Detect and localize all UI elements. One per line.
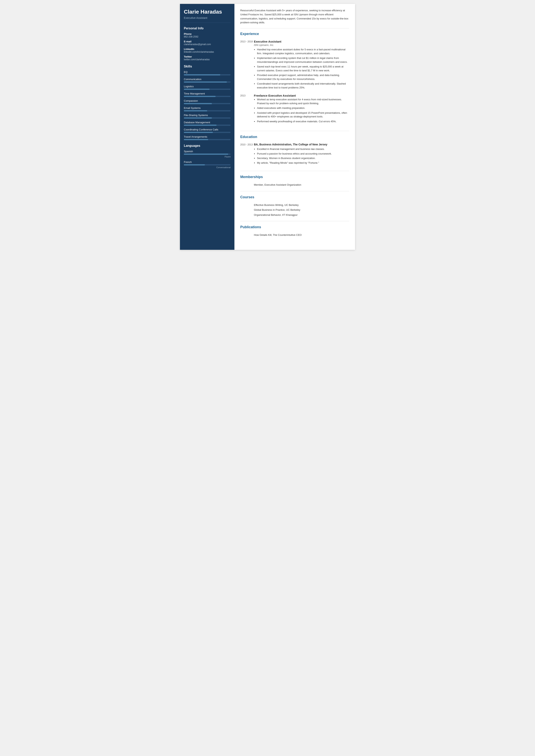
edu-degree: BA, Business Administration, The College… <box>254 143 349 146</box>
publication-row: How Details Kill, The Counterintuitive C… <box>240 233 349 237</box>
linkedin-item: LinkedIn linkedin.com/in/clarieharadas <box>184 48 231 53</box>
exp-bullet: Worked as temp executive assistant for 4… <box>257 97 349 105</box>
exp-date: 2013 <box>240 94 254 124</box>
skill-bar-bg <box>184 89 231 90</box>
language-name: French <box>184 161 231 164</box>
skill-name: Communication <box>184 78 231 81</box>
language-item: Spanish Fluent <box>184 150 231 158</box>
email-item: E-mail clarieharadas@gmail.com <box>184 40 231 46</box>
summary-text: Resourceful Executive Assistant with 5+ … <box>240 9 349 28</box>
exp-bullet: Performed weekly proofreading of executi… <box>257 120 349 123</box>
exp-bullet: Provided executive project support, admi… <box>257 73 349 81</box>
pub-indent <box>240 233 254 237</box>
phone-value: 862-208-2592 <box>184 35 231 38</box>
skill-item: Database Management <box>184 121 231 126</box>
edu-bullet: Pursued a passion for business ethics an… <box>257 152 349 156</box>
skill-item: File-Sharing Systems <box>184 114 231 119</box>
twitter-value: twitter.com/clarieharadas <box>184 58 231 61</box>
publications-list: How Details Kill, The Counterintuitive C… <box>240 233 349 237</box>
skill-bar-fill <box>184 74 220 75</box>
language-name: Spanish <box>184 150 231 153</box>
courses-section: Courses Effective Business Writing, UC B… <box>240 195 349 221</box>
exp-content: Executive Assistant ISN Lipmann, Inc. Ha… <box>254 40 349 91</box>
skill-name: Travel Arrangements <box>184 135 231 138</box>
exp-bullet: Coordinated travel arrangements both dom… <box>257 82 349 90</box>
exp-bullet: Aided executives with meeting preparatio… <box>257 106 349 110</box>
resume-container: Clarie Haradas Executive Assistant Perso… <box>180 4 355 250</box>
skill-bar-fill <box>184 81 227 83</box>
skill-name: Logistics <box>184 85 231 88</box>
skill-bar-fill <box>184 110 207 111</box>
exp-bullets: Handled top executive assistant duties f… <box>254 48 349 90</box>
skill-item: Coordinating Conference Calls <box>184 128 231 133</box>
candidate-title: Executive Assistant <box>184 16 231 23</box>
language-bar-fill <box>184 164 205 165</box>
skill-bar-fill <box>184 96 215 97</box>
education-list: 2010 - 2013 BA, Business Administration,… <box>240 143 349 165</box>
exp-bullets: Worked as temp executive assistant for 4… <box>254 97 349 123</box>
phone-label: Phone <box>184 33 231 35</box>
edu-bullet: My article, "Reading Minds" was reprinte… <box>257 161 349 165</box>
experience-list: 2013 - 2018 Executive Assistant ISN Lipm… <box>240 40 349 124</box>
main-content: Resourceful Executive Assistant with 5+ … <box>235 4 355 250</box>
education-section: Education 2010 - 2013 BA, Business Admin… <box>240 135 349 171</box>
language-level: Conversational <box>184 166 231 169</box>
skill-name: File-Sharing Systems <box>184 114 231 117</box>
education-heading: Education <box>240 135 349 140</box>
skills-heading: Skills <box>184 65 231 68</box>
skill-bar-bg <box>184 103 231 104</box>
skill-bar-bg <box>184 132 231 133</box>
edu-content: BA, Business Administration, The College… <box>254 143 349 165</box>
course-row: Effective Business Writing, UC Berkeley <box>240 203 349 207</box>
courses-heading: Courses <box>240 195 349 201</box>
twitter-item: Twitter twitter.com/clarieharadas <box>184 55 231 61</box>
skill-bar-fill <box>184 124 216 126</box>
candidate-name: Clarie Haradas <box>184 9 231 15</box>
edu-bullets: Excelled in financial management and bus… <box>254 147 349 165</box>
exp-job-title: Executive Assistant <box>254 40 349 43</box>
membership-row: Member, Executive Assistant Organization <box>240 183 349 187</box>
skills-list: EQ Communication Logistics Time Manageme… <box>184 70 231 140</box>
skill-item: Travel Arrangements <box>184 135 231 140</box>
twitter-label: Twitter <box>184 55 231 58</box>
course-indent <box>240 203 254 207</box>
publications-section: Publications How Details Kill, The Count… <box>240 225 349 241</box>
skill-bar-fill <box>184 139 208 140</box>
linkedin-value: linkedin.com/in/clarieharadas <box>184 50 231 53</box>
linkedin-label: LinkedIn <box>184 48 231 50</box>
skill-name: Email Systems <box>184 107 231 109</box>
language-bar-fill <box>184 153 228 155</box>
publications-heading: Publications <box>240 225 349 230</box>
pub-text: How Details Kill, The Counterintuitive C… <box>254 233 301 237</box>
skill-item: EQ <box>184 70 231 75</box>
course-text: Global Business in Practice, UC Berkeley <box>254 208 300 212</box>
exp-company: ISN Lipmann, Inc. <box>254 43 349 46</box>
exp-bullet: Handled top executive assistant duties f… <box>257 48 349 55</box>
language-bar-bg <box>184 164 231 165</box>
skill-name: Database Management <box>184 121 231 124</box>
skill-bar-bg <box>184 110 231 111</box>
skill-bar-bg <box>184 124 231 126</box>
exp-bullet: Assisted with project logistics and deve… <box>257 111 349 119</box>
course-row: Global Business in Practice, UC Berkeley <box>240 208 349 212</box>
membership-indent <box>240 183 254 187</box>
skill-item: Email Systems <box>184 107 231 111</box>
languages-heading: Languages <box>184 144 231 148</box>
skill-bar-bg <box>184 139 231 140</box>
skill-name: EQ <box>184 70 231 73</box>
course-text: Effective Business Writing, UC Berkeley <box>254 203 298 207</box>
personal-info-heading: Personal Info <box>184 27 231 30</box>
exp-content: Freelance Executive Assistant Worked as … <box>254 94 349 124</box>
languages-list: Spanish Fluent French Conversational <box>184 150 231 169</box>
exp-bullet: Saved each top-level exec 11 hours per w… <box>257 65 349 72</box>
skill-item: Compassion <box>184 99 231 104</box>
skill-name: Coordinating Conference Calls <box>184 128 231 131</box>
skill-item: Communication <box>184 78 231 83</box>
courses-list: Effective Business Writing, UC Berkeley … <box>240 203 349 217</box>
experience-section: Experience 2013 - 2018 Executive Assista… <box>240 32 349 131</box>
phone-item: Phone 862-208-2592 <box>184 33 231 38</box>
skill-bar-fill <box>184 89 210 90</box>
skill-item: Logistics <box>184 85 231 90</box>
course-indent <box>240 213 254 217</box>
language-item: French Conversational <box>184 161 231 169</box>
